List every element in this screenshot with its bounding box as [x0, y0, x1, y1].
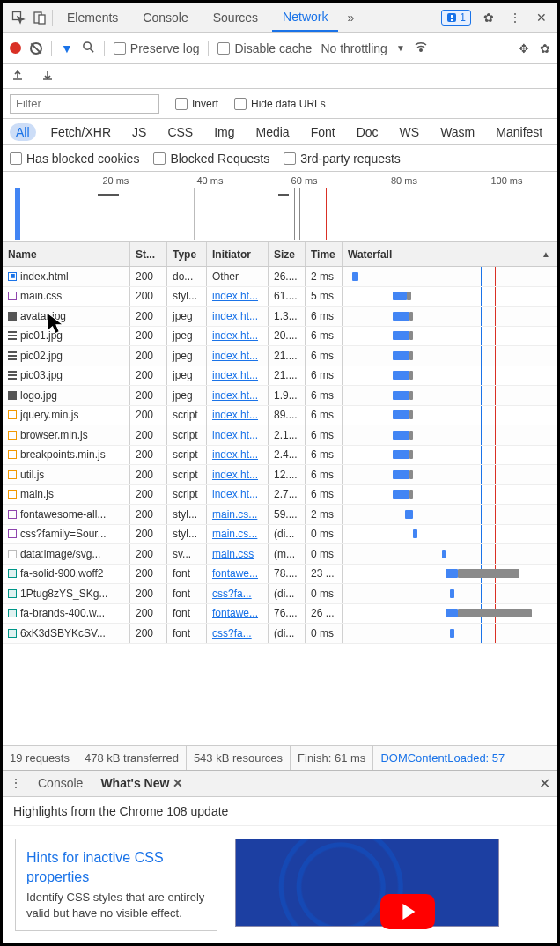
waterfall-cell: [343, 327, 557, 346]
chip-css[interactable]: CSS: [161, 123, 199, 141]
tab-sources[interactable]: Sources: [203, 3, 269, 32]
device-toggle-icon[interactable]: [31, 9, 48, 26]
throttling-caret-icon[interactable]: ▼: [396, 43, 405, 53]
close-tab-icon[interactable]: ✕: [173, 776, 183, 790]
table-row[interactable]: css?family=Sour...200styl...main.cs...(d…: [3, 525, 557, 545]
table-row[interactable]: fontawesome-all...200styl...main.cs...59…: [3, 505, 557, 525]
drawer-tab-console[interactable]: Console: [36, 771, 85, 796]
table-row[interactable]: browser.min.js200scriptindex.ht...2.1...…: [3, 425, 557, 446]
hide-data-urls-checkbox[interactable]: Hide data URLs: [234, 98, 326, 110]
col-time[interactable]: Time: [306, 242, 343, 266]
initiator-link[interactable]: index.ht...: [212, 329, 258, 342]
col-status[interactable]: St...: [130, 242, 167, 266]
tab-console[interactable]: Console: [132, 3, 198, 32]
table-row[interactable]: data:image/svg...200sv...main.css(m...0 …: [3, 544, 557, 565]
inspect-icon[interactable]: [10, 9, 27, 26]
size-cell: 1.3...: [269, 307, 306, 326]
table-row[interactable]: util.js200scriptindex.ht...12....6 ms: [3, 465, 557, 485]
col-initiator[interactable]: Initiator: [207, 242, 269, 266]
table-row[interactable]: fa-brands-400.w...200fontfontawe...76...…: [3, 604, 557, 625]
filter-toggle-icon[interactable]: ▼: [61, 41, 73, 55]
export-har-icon[interactable]: [11, 69, 24, 84]
chip-ws[interactable]: WS: [394, 123, 426, 141]
initiator-cell: index.ht...: [207, 446, 269, 465]
initiator-link[interactable]: index.ht...: [212, 369, 258, 381]
initiator-link[interactable]: main.css: [212, 548, 254, 560]
chip-media[interactable]: Media: [250, 123, 296, 141]
col-name[interactable]: Name: [3, 242, 130, 266]
initiator-link[interactable]: fontawe...: [212, 607, 258, 619]
drawer-tab-whatsnew[interactable]: What's New ✕: [99, 771, 185, 796]
record-button[interactable]: [10, 42, 21, 54]
initiator-link[interactable]: css?fa...: [212, 627, 252, 639]
blocked-cookies-checkbox[interactable]: Has blocked cookies: [10, 152, 139, 166]
initiator-link[interactable]: index.ht...: [212, 389, 258, 402]
table-row[interactable]: avatar.jpg200jpegindex.ht...1.3...6 ms: [3, 307, 557, 327]
initiator-link[interactable]: main.cs...: [212, 508, 257, 521]
table-row[interactable]: breakpoints.min.js200scriptindex.ht...2.…: [3, 446, 557, 466]
initiator-link[interactable]: main.cs...: [212, 528, 257, 540]
third-party-checkbox[interactable]: 3rd-party requests: [284, 152, 401, 166]
search-icon[interactable]: [82, 41, 95, 56]
drawer-menu-icon[interactable]: ⋮: [10, 776, 22, 790]
issues-badge[interactable]: 1: [441, 10, 471, 26]
chip-img[interactable]: Img: [208, 123, 240, 141]
initiator-link[interactable]: index.ht...: [212, 469, 258, 481]
table-row[interactable]: main.js200scriptindex.ht...2.7...6 ms: [3, 485, 557, 506]
table-row[interactable]: index.html200do...Other26....2 ms: [3, 267, 557, 287]
import-har-icon[interactable]: [41, 69, 54, 84]
initiator-link[interactable]: index.ht...: [212, 448, 258, 461]
initiator-link[interactable]: index.ht...: [212, 350, 258, 362]
col-waterfall[interactable]: Waterfall ▲: [343, 242, 557, 266]
chip-font[interactable]: Font: [305, 123, 342, 141]
close-drawer-icon[interactable]: ✕: [539, 775, 550, 792]
chip-wasm[interactable]: Wasm: [434, 123, 481, 141]
network-settings-icon[interactable]: ✿: [540, 41, 550, 55]
timeline-left-handle[interactable]: [15, 188, 20, 240]
wifi-icon[interactable]: [414, 40, 428, 56]
network-table-header[interactable]: Name St... Type Initiator Size Time Wate…: [3, 242, 557, 267]
table-row[interactable]: pic01.jpg200jpegindex.ht...20....6 ms: [3, 327, 557, 347]
disable-cache-checkbox[interactable]: Disable cache: [217, 41, 312, 55]
file-icon: [8, 410, 17, 419]
throttling-select[interactable]: No throttling: [321, 41, 387, 55]
more-icon[interactable]: ⋮: [506, 9, 524, 26]
initiator-link[interactable]: index.ht...: [212, 409, 258, 421]
chip-doc[interactable]: Doc: [350, 123, 385, 141]
chip-fetch-xhr[interactable]: Fetch/XHR: [45, 123, 117, 141]
close-devtools-icon[interactable]: ✕: [533, 9, 550, 26]
table-row[interactable]: main.css200styl...index.ht...61....5 ms: [3, 287, 557, 307]
clear-button[interactable]: [30, 42, 42, 55]
table-row[interactable]: fa-solid-900.woff2200fontfontawe...78...…: [3, 565, 557, 585]
upload-har-icon[interactable]: ✥: [519, 41, 529, 55]
tab-network[interactable]: Network: [272, 3, 338, 32]
settings-icon[interactable]: ✿: [480, 9, 497, 26]
table-row[interactable]: pic03.jpg200jpegindex.ht...21....6 ms: [3, 366, 557, 387]
initiator-link[interactable]: css?fa...: [212, 588, 252, 600]
tab-elements[interactable]: Elements: [56, 3, 129, 32]
more-tabs-icon[interactable]: »: [342, 9, 359, 26]
table-row[interactable]: 6xK3dSBYKcSV...200fontcss?fa...(di...0 m…: [3, 624, 557, 644]
chip-js[interactable]: JS: [126, 123, 152, 141]
chip-all[interactable]: All: [10, 123, 36, 141]
blocked-requests-checkbox[interactable]: Blocked Requests: [153, 152, 269, 166]
filter-input[interactable]: [10, 94, 159, 114]
col-size[interactable]: Size: [269, 242, 306, 266]
initiator-link[interactable]: index.ht...: [212, 310, 258, 322]
initiator-link[interactable]: index.ht...: [212, 290, 258, 302]
timeline-overview[interactable]: 20 ms40 ms60 ms80 ms100 ms: [3, 172, 557, 242]
table-row[interactable]: 1Ptug8zYS_SKg...200fontcss?fa...(di...0 …: [3, 584, 557, 604]
play-icon[interactable]: [380, 894, 435, 929]
initiator-link[interactable]: fontawe...: [212, 567, 258, 580]
initiator-link[interactable]: index.ht...: [212, 429, 258, 441]
invert-checkbox[interactable]: Invert: [175, 98, 218, 110]
table-row[interactable]: pic02.jpg200jpegindex.ht...21....6 ms: [3, 346, 557, 366]
table-row[interactable]: logo.jpg200jpegindex.ht...1.9...6 ms: [3, 386, 557, 406]
col-type[interactable]: Type: [167, 242, 207, 266]
video-preview[interactable]: [235, 839, 499, 927]
whatsnew-card[interactable]: Hints for inactive CSS properties Identi…: [15, 839, 217, 931]
chip-manifest[interactable]: Manifest: [490, 123, 549, 141]
table-row[interactable]: jquery.min.js200scriptindex.ht...89....6…: [3, 406, 557, 426]
preserve-log-checkbox[interactable]: Preserve log: [114, 41, 200, 55]
initiator-link[interactable]: index.ht...: [212, 488, 258, 500]
